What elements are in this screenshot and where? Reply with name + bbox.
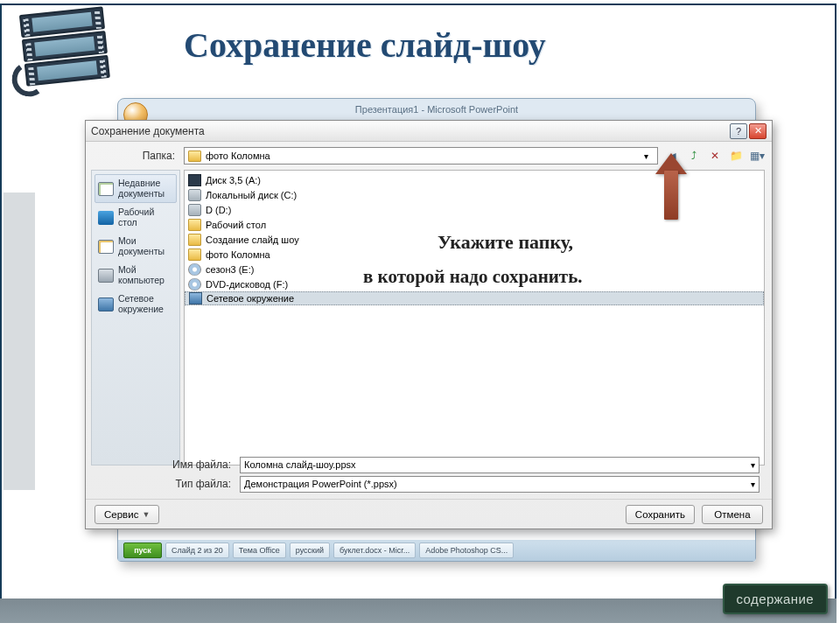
- bottom-fields: Имя файла: Коломна слайд-шоу.ppsx ▾ Тип …: [86, 455, 772, 497]
- taskbar-item[interactable]: буклет.docx - Micr...: [333, 542, 416, 558]
- help-button[interactable]: ?: [730, 123, 747, 139]
- place-label: Недавние документы: [118, 178, 173, 199]
- taskbar-item[interactable]: Adobe Photoshop CS...: [419, 542, 514, 558]
- fold-icon: [188, 219, 201, 231]
- slide-title: Сохранение слайд-шоу: [184, 24, 546, 66]
- left-sidebar-hint: [4, 192, 35, 490]
- close-button[interactable]: ✕: [749, 123, 766, 139]
- place-mydocs[interactable]: Мои документы: [94, 232, 177, 261]
- windows-taskbar: пуск Слайд 2 из 20 Тема Office русский б…: [118, 540, 755, 561]
- filename-value: Коломна слайд-шоу.ppsx: [244, 459, 356, 470]
- taskbar-item[interactable]: Слайд 2 из 20: [165, 542, 229, 558]
- network-icon: [98, 298, 114, 312]
- save-label: Сохранить: [635, 509, 685, 520]
- listing-label: Локальный диск (C:): [206, 190, 297, 200]
- place-label: Сетевое окружение: [118, 294, 173, 314]
- cancel-button[interactable]: Отмена: [702, 505, 763, 524]
- net-icon: [189, 292, 202, 304]
- hdd-icon: [188, 189, 201, 201]
- dialog-buttons: Сервис ▼ Сохранить Отмена: [86, 499, 772, 528]
- filename-input[interactable]: Коломна слайд-шоу.ppsx ▾: [240, 457, 760, 473]
- listing-label: Создание слайд шоу: [206, 234, 299, 245]
- folder-label: Папка:: [86, 150, 184, 162]
- dialog-titlebar: Сохранение документа ? ✕: [86, 121, 772, 142]
- callout-text-2: в которой надо сохранить.: [363, 266, 583, 288]
- delete-icon[interactable]: ✕: [707, 148, 723, 164]
- place-label: Рабочий стол: [118, 207, 173, 228]
- folder-combo[interactable]: фото Коломна ▾: [184, 147, 658, 164]
- folder-icon: [188, 150, 201, 162]
- listing-label: D (D:): [206, 205, 231, 215]
- dialog-title: Сохранение документа: [91, 125, 205, 137]
- chevron-down-icon[interactable]: ▾: [751, 480, 755, 489]
- places-bar: Недавние документы Рабочий стол Мои доку…: [91, 170, 180, 466]
- place-label: Мой компьютер: [118, 265, 173, 285]
- slide-bottom-bar: [0, 598, 836, 623]
- mydocs-icon: [98, 240, 114, 254]
- filetype-value: Демонстрация PowerPoint (*.ppsx): [244, 479, 397, 489]
- desktop-icon: [98, 211, 114, 225]
- cd-icon: [188, 278, 201, 290]
- chevron-down-icon: ▼: [142, 510, 150, 519]
- filmstrip-icon: [9, 5, 121, 89]
- fold-icon: [188, 234, 201, 246]
- place-label: Мои документы: [118, 236, 173, 256]
- powerpoint-title: Презентация1 - Microsoft PowerPoint: [118, 104, 755, 115]
- listing-row[interactable]: Сетевое окружение: [185, 291, 764, 305]
- place-desktop[interactable]: Рабочий стол: [94, 203, 177, 232]
- filetype-input[interactable]: Демонстрация PowerPoint (*.ppsx) ▾: [240, 476, 760, 493]
- callout-arrow-icon: [655, 153, 687, 220]
- listing-label: Диск 3,5 (A:): [206, 175, 261, 186]
- start-button[interactable]: пуск: [123, 542, 162, 558]
- listing-label: Рабочий стол: [206, 220, 266, 230]
- taskbar-item[interactable]: русский: [290, 542, 330, 558]
- filename-label: Имя файла:: [86, 458, 240, 471]
- chevron-down-icon[interactable]: ▾: [751, 460, 755, 470]
- new-folder-icon[interactable]: 📁: [728, 148, 744, 164]
- fold-icon: [188, 248, 201, 261]
- cd-icon: [188, 263, 201, 276]
- place-computer[interactable]: Мой компьютер: [94, 261, 177, 290]
- hdd-icon: [188, 204, 201, 216]
- contents-button[interactable]: содержание: [723, 584, 829, 614]
- recent-icon: [98, 182, 114, 196]
- folder-value: фото Коломна: [206, 150, 270, 161]
- listing-label: сезон3 (E:): [206, 264, 254, 275]
- tools-label: Сервис: [104, 509, 138, 520]
- listing-label: фото Коломна: [206, 249, 270, 260]
- callout-text-1: Укажите папку,: [438, 231, 573, 254]
- place-recent[interactable]: Недавние документы: [94, 174, 177, 203]
- listing-label: Сетевое окружение: [206, 293, 294, 304]
- up-icon[interactable]: ⤴: [686, 148, 702, 164]
- views-icon[interactable]: ▦▾: [749, 148, 765, 164]
- computer-icon: [98, 269, 114, 283]
- filetype-label: Тип файла:: [86, 478, 240, 490]
- cancel-label: Отмена: [714, 509, 750, 520]
- floppy-icon: [188, 174, 201, 186]
- place-network[interactable]: Сетевое окружение: [94, 290, 177, 318]
- chevron-down-icon[interactable]: ▾: [638, 151, 654, 161]
- listing-label: DVD-дисковод (F:): [206, 279, 288, 290]
- taskbar-item[interactable]: Тема Office: [233, 542, 286, 558]
- save-button[interactable]: Сохранить: [626, 505, 695, 524]
- tools-button[interactable]: Сервис ▼: [94, 505, 159, 524]
